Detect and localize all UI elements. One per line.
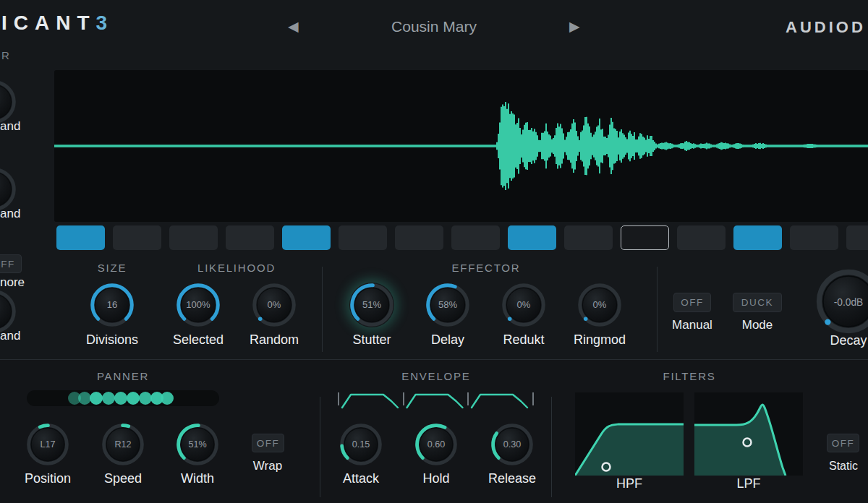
panner-dots bbox=[27, 390, 219, 406]
lpf-graph bbox=[694, 392, 803, 476]
step-pad-14[interactable] bbox=[790, 225, 838, 250]
knob-label: Speed bbox=[104, 471, 142, 486]
step-pad-15[interactable] bbox=[846, 225, 868, 250]
knob-random[interactable]: 0%Random bbox=[231, 283, 318, 348]
knob-dial: 0.30 bbox=[490, 423, 534, 466]
logo-subtitle: R bbox=[1, 49, 11, 61]
divider bbox=[322, 267, 323, 352]
knob-label: Ringmod bbox=[574, 332, 626, 348]
lpf-label: LPF bbox=[736, 476, 760, 491]
knob-label: Selected bbox=[173, 332, 224, 348]
step-pad-5[interactable] bbox=[282, 225, 331, 250]
step-sequencer bbox=[56, 225, 868, 250]
step-pad-4[interactable] bbox=[226, 225, 274, 250]
step-pad-7[interactable] bbox=[395, 225, 443, 250]
knob-hold[interactable]: 0.60Hold bbox=[393, 423, 480, 486]
knob-label: Width bbox=[181, 471, 214, 486]
next-preset-button[interactable]: ▶ bbox=[569, 18, 580, 35]
svg-text:0.15: 0.15 bbox=[352, 439, 370, 450]
wrap-toggle[interactable]: OFF bbox=[252, 434, 284, 452]
knob-band-1[interactable] bbox=[0, 79, 38, 124]
knob-stutter[interactable]: 51%Stutter bbox=[328, 283, 415, 348]
knob-ringmod[interactable]: 0%Ringmod bbox=[556, 283, 643, 348]
static-label: Static bbox=[829, 460, 858, 473]
waveform-graphic bbox=[54, 70, 868, 222]
knob-label: Position bbox=[25, 471, 71, 486]
knob-attack[interactable]: 0.15Attack bbox=[318, 423, 404, 486]
logo-text: ICANT bbox=[1, 12, 96, 34]
svg-text:0%: 0% bbox=[517, 299, 531, 310]
static-toggle[interactable]: OFF bbox=[827, 434, 859, 452]
envelope-curve bbox=[342, 395, 527, 408]
knob-release[interactable]: 0.30Release bbox=[469, 423, 556, 486]
svg-text:0%: 0% bbox=[593, 299, 607, 310]
knob-label: Release bbox=[488, 471, 536, 486]
envelope-section-title: ENVELOPE bbox=[401, 370, 470, 382]
filters-section-title: FILTERS bbox=[663, 370, 715, 382]
step-pad-3[interactable] bbox=[169, 225, 218, 250]
svg-text:0.30: 0.30 bbox=[503, 439, 522, 450]
knob-delay[interactable]: 58%Delay bbox=[404, 283, 491, 348]
band-2-label: and bbox=[0, 207, 20, 221]
manual-toggle[interactable]: OFF bbox=[673, 293, 711, 312]
knob-dial: 16 bbox=[90, 283, 135, 327]
knob-dial: 0.15 bbox=[339, 423, 383, 466]
mode-label: Mode bbox=[742, 318, 773, 332]
step-pad-9[interactable] bbox=[508, 225, 556, 250]
effector-section-title: EFFECTOR bbox=[452, 262, 521, 274]
knob-dial: 100% bbox=[176, 283, 221, 327]
step-pad-1[interactable] bbox=[56, 225, 105, 250]
knob-speed[interactable]: R12Speed bbox=[80, 423, 166, 486]
knob-label: Attack bbox=[343, 471, 379, 486]
mode-selector[interactable]: DUCK bbox=[733, 293, 782, 312]
knob-band-3[interactable] bbox=[0, 289, 38, 334]
knob-width[interactable]: 51%Width bbox=[154, 423, 241, 486]
svg-text:51%: 51% bbox=[362, 299, 381, 310]
knob-label: Decay bbox=[830, 333, 867, 348]
knob-label: Hold bbox=[422, 471, 449, 486]
panner-section-title: PANNER bbox=[97, 370, 149, 382]
svg-text:100%: 100% bbox=[186, 299, 210, 310]
manual-label: Manual bbox=[672, 318, 712, 332]
hpf-graph bbox=[575, 392, 684, 476]
svg-text:51%: 51% bbox=[188, 439, 206, 450]
knob-decay[interactable]: -0.0dBDecay bbox=[805, 268, 868, 348]
waveform-display bbox=[54, 70, 868, 222]
knob-band-2[interactable] bbox=[0, 167, 38, 212]
knob-dial: 51% bbox=[176, 423, 219, 466]
band-1-label: and bbox=[0, 119, 20, 134]
panner-activity-display bbox=[27, 390, 219, 406]
size-section-title: SIZE bbox=[98, 262, 127, 274]
preset-name[interactable]: Cousin Mary bbox=[311, 18, 557, 35]
step-pad-12[interactable] bbox=[677, 225, 726, 250]
knob-dial bbox=[0, 167, 17, 212]
step-pad-8[interactable] bbox=[451, 225, 500, 250]
step-pad-6[interactable] bbox=[339, 225, 387, 250]
app-logo: ICANT3 bbox=[1, 12, 114, 35]
knob-divisions[interactable]: 16Divisions bbox=[69, 283, 156, 348]
knob-dial: 0% bbox=[252, 283, 297, 327]
step-pad-10[interactable] bbox=[564, 225, 613, 250]
knob-dial: 0.60 bbox=[414, 423, 458, 466]
hpf-label: HPF bbox=[616, 476, 642, 491]
brand-logo: AUDIOD bbox=[786, 18, 866, 37]
knob-dial: L17 bbox=[26, 423, 69, 466]
prev-preset-button[interactable]: ◀ bbox=[288, 18, 299, 35]
envelope-shape-display bbox=[335, 390, 536, 410]
knob-dial bbox=[0, 289, 17, 334]
knob-position[interactable]: L17Position bbox=[4, 423, 91, 486]
knob-label: Stutter bbox=[352, 332, 391, 348]
step-pad-2[interactable] bbox=[113, 225, 161, 250]
knob-label: Random bbox=[250, 332, 299, 348]
step-pad-11[interactable] bbox=[621, 225, 669, 250]
svg-text:L17: L17 bbox=[40, 439, 55, 450]
ignore-label: nore bbox=[0, 275, 25, 290]
step-pad-13[interactable] bbox=[733, 225, 782, 250]
svg-text:58%: 58% bbox=[438, 299, 457, 310]
knob-redukt[interactable]: 0%Redukt bbox=[480, 283, 567, 348]
knob-selected[interactable]: 100%Selected bbox=[155, 283, 242, 348]
ignore-toggle[interactable]: OFF bbox=[0, 254, 22, 273]
likelihood-section-title: LIKELIHOOD bbox=[197, 262, 276, 274]
knob-label: Redukt bbox=[503, 332, 544, 348]
divider bbox=[657, 267, 658, 352]
